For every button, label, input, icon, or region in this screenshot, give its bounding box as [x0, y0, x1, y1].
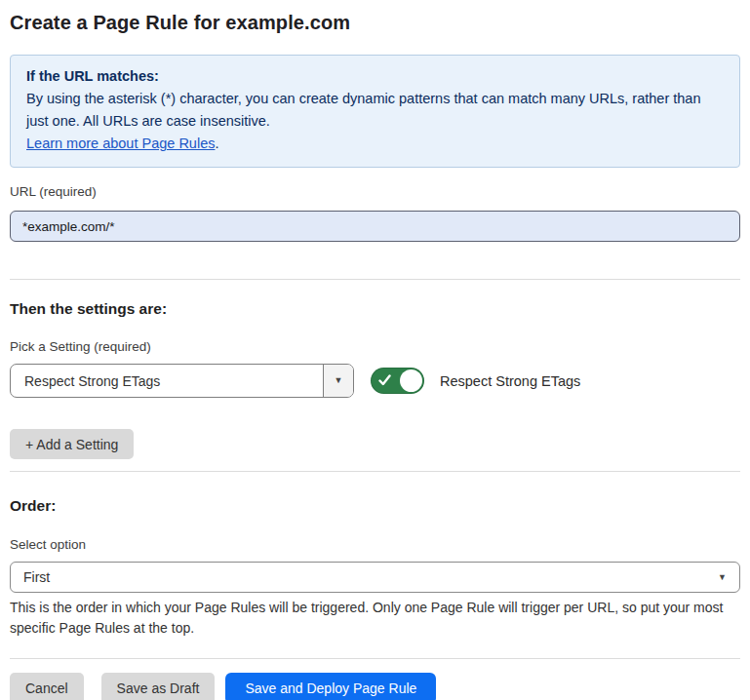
- order-select-value: First: [23, 569, 718, 585]
- learn-more-link[interactable]: Learn more about Page Rules: [26, 136, 215, 151]
- setting-row: Respect Strong ETags ▼ Respect Strong ET…: [10, 364, 740, 398]
- page-title: Create a Page Rule for example.com: [10, 12, 740, 34]
- respect-strong-etags-toggle[interactable]: [371, 368, 424, 394]
- chevron-down-icon: ▼: [718, 573, 727, 582]
- setting-dropdown-value: Respect Strong ETags: [11, 365, 323, 397]
- pick-setting-label: Pick a Setting (required): [10, 339, 740, 354]
- url-matches-info-box: If the URL matches: By using the asteris…: [10, 55, 740, 168]
- check-icon: [378, 374, 391, 386]
- footer-divider: [10, 658, 740, 659]
- info-box-body: By using the asterisk (*) character, you…: [26, 88, 724, 133]
- page-rule-form: Create a Page Rule for example.com If th…: [0, 0, 750, 700]
- select-option-label: Select option: [10, 537, 740, 552]
- footer-buttons: Cancel Save as Draft Save and Deploy Pag…: [10, 673, 740, 700]
- setting-dropdown-arrow-button[interactable]: ▼: [323, 365, 353, 397]
- url-input[interactable]: [10, 211, 740, 242]
- order-help-text: This is the order in which your Page Rul…: [10, 598, 740, 639]
- section-divider: [10, 471, 740, 472]
- order-select[interactable]: First ▼: [10, 562, 740, 593]
- link-period: .: [215, 136, 218, 151]
- info-box-heading: If the URL matches:: [26, 65, 724, 88]
- section-divider: [10, 279, 740, 280]
- info-box-link-line: Learn more about Page Rules.: [26, 133, 724, 155]
- order-section-heading: Order:: [10, 497, 740, 515]
- save-and-deploy-button[interactable]: Save and Deploy Page Rule: [225, 673, 436, 700]
- add-setting-button[interactable]: + Add a Setting: [10, 429, 134, 459]
- setting-dropdown[interactable]: Respect Strong ETags ▼: [10, 364, 354, 398]
- toggle-label: Respect Strong ETags: [440, 373, 580, 389]
- url-field-label: URL (required): [10, 184, 740, 199]
- toggle-knob: [400, 369, 422, 392]
- chevron-down-icon: ▼: [335, 376, 343, 385]
- save-as-draft-button[interactable]: Save as Draft: [101, 673, 216, 700]
- settings-section-heading: Then the settings are:: [10, 300, 740, 318]
- cancel-button[interactable]: Cancel: [10, 673, 84, 700]
